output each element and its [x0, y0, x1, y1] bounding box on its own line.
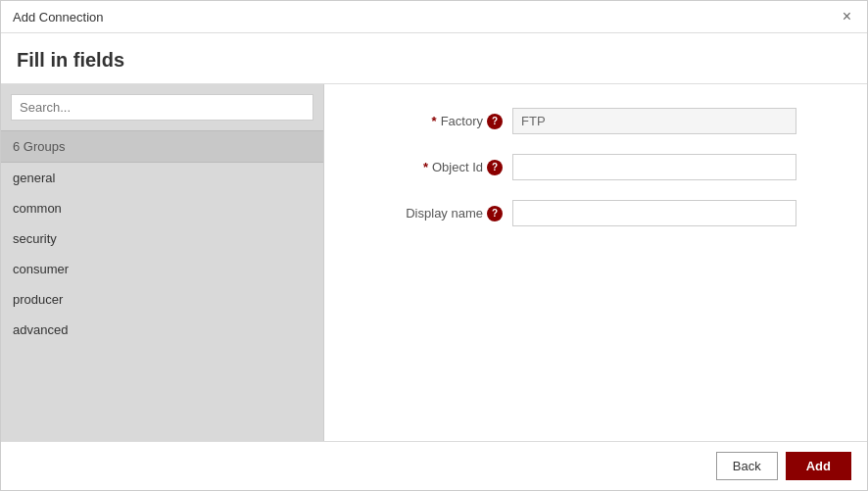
search-container — [1, 84, 323, 130]
add-button[interactable]: Add — [786, 452, 851, 480]
sidebar-item-advanced[interactable]: advanced — [1, 315, 323, 345]
display-name-info-icon[interactable]: ? — [487, 206, 503, 221]
display-name-field-row: Display name ? — [356, 200, 836, 226]
close-button[interactable]: × — [839, 9, 855, 25]
sidebar-item-producer[interactable]: producer — [1, 284, 323, 315]
main-content: * Factory ? * Object Id ? Display name — [324, 84, 867, 441]
display-name-input[interactable] — [512, 200, 796, 226]
group-list: general common security consumer produce… — [1, 163, 323, 441]
sidebar: 6 Groups general common security consume… — [1, 84, 324, 441]
dialog-title: Add Connection — [13, 10, 104, 25]
dialog-heading: Fill in fields — [17, 49, 851, 72]
factory-info-icon[interactable]: ? — [487, 114, 503, 129]
dialog-titlebar: Add Connection × — [1, 1, 867, 33]
object-id-required-star: * — [423, 160, 428, 174]
factory-input[interactable] — [512, 108, 796, 134]
object-id-info-icon[interactable]: ? — [487, 160, 503, 175]
dialog-header: Fill in fields — [1, 33, 867, 84]
add-connection-dialog: Add Connection × Fill in fields 6 Groups… — [0, 0, 868, 491]
back-button[interactable]: Back — [716, 452, 778, 480]
object-id-field-row: * Object Id ? — [356, 154, 836, 180]
display-name-label-text: Display name — [406, 206, 483, 221]
factory-field-row: * Factory ? — [356, 108, 836, 134]
groups-label: 6 Groups — [1, 130, 323, 163]
factory-label: * Factory ? — [356, 114, 512, 129]
factory-required-star: * — [432, 114, 437, 128]
object-id-label-text: Object Id — [432, 160, 483, 174]
search-input[interactable] — [11, 94, 313, 121]
dialog-footer: Back Add — [1, 441, 867, 490]
dialog-body: 6 Groups general common security consume… — [1, 84, 867, 441]
sidebar-item-security[interactable]: security — [1, 223, 323, 254]
sidebar-item-consumer[interactable]: consumer — [1, 254, 323, 284]
sidebar-item-general[interactable]: general — [1, 163, 323, 193]
object-id-label: * Object Id ? — [356, 160, 512, 175]
display-name-label: Display name ? — [356, 206, 512, 221]
factory-label-text: Factory — [441, 114, 483, 128]
object-id-input[interactable] — [512, 154, 796, 180]
sidebar-item-common[interactable]: common — [1, 193, 323, 223]
